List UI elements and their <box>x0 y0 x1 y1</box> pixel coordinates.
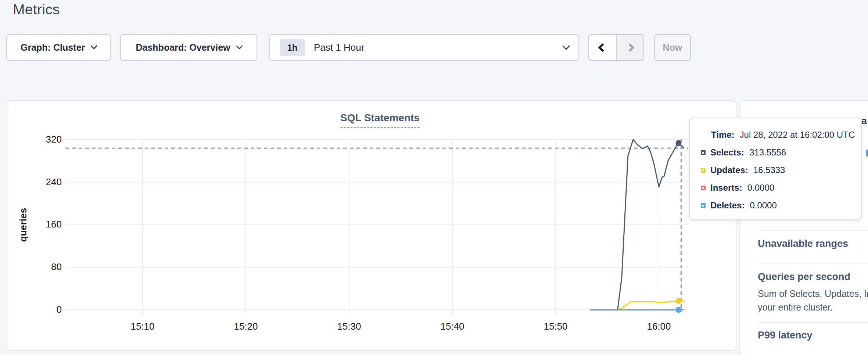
metrics-page: Metrics Graph: Cluster Dashboard: Overvi… <box>0 0 868 355</box>
y-tick-label: 240 <box>18 176 62 188</box>
deletes-swatch-icon <box>701 203 706 208</box>
tooltip-series-value: 313.5556 <box>749 147 786 158</box>
sidebar-item: Unavailable ranges <box>758 238 868 250</box>
time-range-badge: 1h <box>280 39 305 56</box>
chevron-down-icon <box>90 43 97 49</box>
tooltip-series-value: 0.0000 <box>747 183 774 193</box>
chevron-down-icon <box>236 43 243 49</box>
graph-scope-dropdown[interactable]: Graph: Cluster <box>6 34 111 61</box>
tooltip-series-label: Updates: <box>710 165 748 175</box>
next-time-button[interactable] <box>616 35 643 60</box>
x-tick-label: 15:50 <box>534 321 578 332</box>
x-tick-label: 15:10 <box>121 321 165 332</box>
tooltip-series-label: Selects: <box>710 147 744 158</box>
tooltip-series-label: Inserts: <box>710 183 742 193</box>
tooltip-series-value: 16.5333 <box>753 165 785 175</box>
selects-swatch-icon <box>701 150 706 155</box>
tooltip-series-label: Deletes: <box>710 200 745 211</box>
x-tick-label: 16:00 <box>637 321 681 332</box>
sidebar-item-description: your entire cluster. <box>758 301 868 314</box>
prev-time-button[interactable] <box>589 35 616 60</box>
chart-tooltip: Time: Jul 28, 2022 at 16:02:00 UTC Selec… <box>689 118 862 220</box>
tooltip-series-value: 0.0000 <box>750 200 776 211</box>
updates-swatch-icon <box>701 168 706 173</box>
y-tick-label: 80 <box>18 261 62 273</box>
chevron-right-icon <box>625 43 634 52</box>
tooltip-time-row: Time: Jul 28, 2022 at 16:02:00 UTC <box>701 129 861 140</box>
sidebar-item-title: P99 latency <box>758 330 868 341</box>
dashboard-label: Dashboard: Overview <box>136 42 230 53</box>
now-button[interactable]: Now <box>654 34 691 61</box>
clipped-sidebar-text: a <box>861 115 867 127</box>
sidebar-item: Queries per second Sum of Selects, Updat… <box>758 271 868 314</box>
sidebar-item-title: Queries per second <box>758 271 868 283</box>
y-tick-label: 0 <box>18 304 62 315</box>
chart-title[interactable]: SQL Statements <box>340 112 420 128</box>
tooltip-series-row: Inserts: 0.0000 <box>701 182 861 193</box>
tooltip-time-value: Jul 28, 2022 at 16:02:00 UTC <box>740 130 855 140</box>
time-nav-group <box>588 34 644 61</box>
x-tick-label: 15:30 <box>327 321 371 332</box>
tooltip-series-row: Deletes: 0.0000 <box>701 200 861 211</box>
chevron-left-icon <box>598 43 607 52</box>
y-tick-label: 320 <box>18 134 62 145</box>
sidebar-divider <box>758 263 868 264</box>
sidebar-item-description: Sum of Selects, Updates, Inser <box>758 287 868 301</box>
x-tick-label: 15:40 <box>430 321 474 332</box>
graph-scope-label: Graph: Cluster <box>21 42 85 53</box>
tooltip-series-row: Updates: 16.5333 <box>701 165 861 176</box>
time-range-dropdown[interactable]: 1h Past 1 Hour <box>269 34 579 61</box>
page-title: Metrics <box>13 1 60 18</box>
line-chart-plot[interactable] <box>65 136 688 320</box>
clipped-link-fragment <box>866 150 868 157</box>
y-tick-label: 160 <box>18 219 62 230</box>
time-range-label: Past 1 Hour <box>314 42 364 53</box>
x-tick-label: 15:20 <box>224 321 268 332</box>
sidebar-divider <box>758 322 868 323</box>
sidebar-divider <box>758 230 868 231</box>
tooltip-time-label: Time: <box>711 130 735 140</box>
sidebar-item-title: Unavailable ranges <box>758 238 868 250</box>
sidebar-item: P99 latency <box>758 330 868 341</box>
dashboard-dropdown[interactable]: Dashboard: Overview <box>120 34 257 61</box>
inserts-swatch-icon <box>701 186 706 190</box>
tooltip-series-row: Selects: 313.5556 <box>701 147 861 158</box>
chevron-down-icon <box>562 42 570 50</box>
